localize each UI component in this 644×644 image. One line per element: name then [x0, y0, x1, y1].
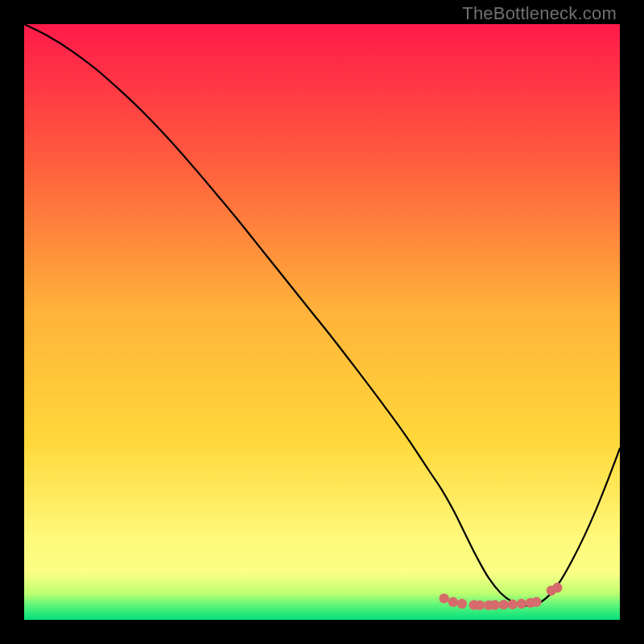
optimal-marker — [499, 600, 509, 609]
watermark-text: TheBottleneck.com — [462, 3, 617, 24]
optimal-marker — [457, 599, 467, 609]
optimal-marker — [508, 600, 518, 609]
optimal-marker — [448, 597, 458, 607]
optimal-marker — [531, 597, 541, 607]
chart-frame — [24, 24, 620, 620]
optimal-marker — [440, 593, 449, 603]
bottleneck-chart — [24, 24, 620, 620]
optimal-marker — [517, 599, 526, 609]
optimal-marker — [552, 583, 562, 592]
optimal-marker — [489, 600, 499, 609]
gradient-background — [24, 24, 620, 620]
optimal-marker — [475, 601, 485, 610]
